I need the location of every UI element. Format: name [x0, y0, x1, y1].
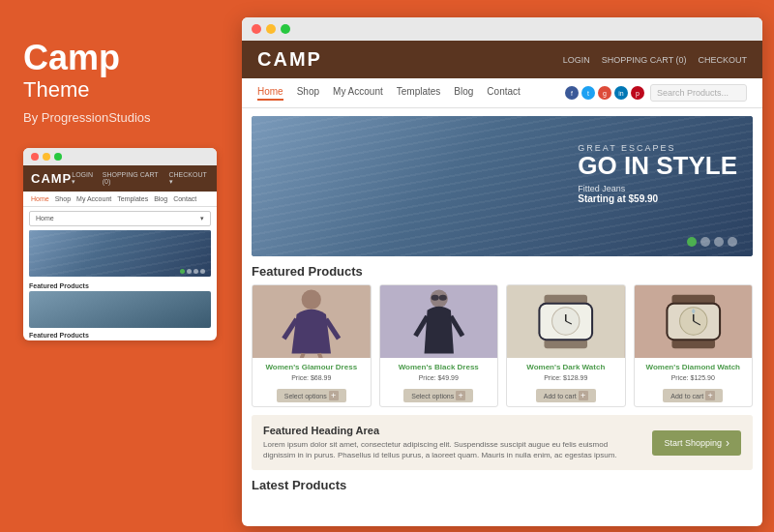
mini-nav-home: Home	[31, 195, 49, 202]
nav-contact[interactable]: Contact	[487, 86, 520, 101]
nav-blog[interactable]: Blog	[454, 86, 473, 101]
main-dot-red	[252, 24, 261, 34]
product-info-3: Women's Dark Watch Price: $128.99 Add to…	[507, 358, 625, 406]
product-card-4: Women's Diamond Watch Price: $125.90 Add…	[634, 284, 754, 407]
hero-price-prefix: Starting at	[578, 193, 625, 204]
product-info-4: Women's Diamond Watch Price: $125.90 Add…	[635, 358, 753, 406]
theme-title: Camp Theme	[23, 39, 217, 103]
product-image-1	[253, 285, 371, 358]
product-btn-2[interactable]: Select options +	[403, 389, 473, 402]
nav-right: f t g in p Search Products...	[565, 84, 747, 102]
hero-price: Starting at $59.90	[578, 193, 737, 204]
mini-product-image	[29, 291, 211, 328]
featured-products-label: Featured Products	[242, 264, 762, 284]
left-panel: Camp Theme By ProgressionStudios CAMP LO…	[0, 0, 240, 532]
featured-area: Featured Heading Area Lorem ipsum dolor …	[252, 415, 753, 470]
hero-banner: GREAT ESCAPES GO IN STYLE Fitted Jeans S…	[252, 116, 753, 256]
checkout-link[interactable]: CHECKOUT	[698, 55, 747, 65]
mini-logo: CAMP	[31, 171, 72, 186]
mini-nav-shop: Shop	[55, 195, 71, 202]
svg-point-10	[431, 295, 438, 301]
mini-dot-green	[54, 153, 62, 161]
latest-products-label: Latest Products	[252, 478, 753, 492]
product-info-1: Women's Glamour Dress Price: $68.99 Sele…	[253, 358, 371, 406]
hero-price-value: $59.90	[629, 193, 659, 204]
main-titlebar	[242, 17, 762, 41]
featured-text: Featured Heading Area Lorem ipsum dolor …	[263, 425, 640, 460]
product-btn-4[interactable]: Add to cart +	[663, 389, 723, 402]
mini-hero	[29, 230, 211, 277]
mini-dot-red	[31, 153, 39, 161]
mini-titlebar	[23, 148, 217, 165]
mini-header-actions: LOGIN ▾ SHOPPING CART (0) CHECKOUT ▾	[72, 171, 209, 186]
product-image-4	[635, 285, 753, 358]
mini-nav-contact: Contact	[173, 195, 196, 202]
hero-product-name: Fitted Jeans	[578, 184, 737, 193]
add-icon-4: +	[705, 391, 715, 400]
mini-featured-label: Featured Products	[23, 281, 217, 291]
mini-hero-dot-4	[200, 269, 205, 274]
product-image-3	[507, 285, 625, 358]
products-grid: Women's Glamour Dress Price: $68.99 Sele…	[242, 284, 762, 415]
nav-templates[interactable]: Templates	[397, 86, 441, 101]
mini-hero-dot-2	[187, 269, 192, 274]
svg-point-1	[302, 290, 321, 310]
featured-description: Lorem ipsum dolor sit amet, consectetur …	[263, 439, 640, 460]
mini-featured-label2: Featured Products	[23, 331, 217, 340]
product-btn-1[interactable]: Select options +	[277, 389, 346, 402]
main-header: CAMP LOGIN SHOPPING CART (0) CHECKOUT	[242, 41, 762, 78]
product-card-3: Women's Dark Watch Price: $128.99 Add to…	[506, 284, 626, 407]
googleplus-icon[interactable]: g	[598, 86, 611, 100]
product-image-2	[380, 285, 498, 358]
svg-point-11	[438, 295, 446, 301]
linkedin-icon[interactable]: in	[614, 86, 628, 100]
product-card-2: Women's Black Dress Price: $49.99 Select…	[379, 284, 499, 407]
main-logo: CAMP	[257, 48, 322, 71]
start-shopping-button[interactable]: Start Shopping	[652, 430, 741, 456]
main-header-actions: LOGIN SHOPPING CART (0) CHECKOUT	[563, 55, 747, 65]
hero-dot-2[interactable]	[700, 237, 710, 247]
product-name-1: Women's Glamour Dress	[256, 363, 367, 372]
nav-home[interactable]: Home	[257, 86, 283, 101]
nav-shop[interactable]: Shop	[297, 86, 319, 101]
product-info-2: Women's Black Dress Price: $49.99 Select…	[380, 358, 498, 406]
product-name-3: Women's Dark Watch	[511, 363, 621, 372]
mini-nav-blog: Blog	[154, 195, 167, 202]
pinterest-icon[interactable]: p	[631, 86, 644, 100]
add-icon-3: +	[579, 391, 588, 400]
main-dot-green	[281, 24, 290, 34]
search-input[interactable]: Search Products...	[650, 84, 747, 102]
theme-by: By ProgressionStudios	[23, 110, 217, 125]
hero-dot-4[interactable]	[728, 237, 737, 247]
mini-nav-account: My Account	[76, 195, 111, 202]
cart-link[interactable]: SHOPPING CART (0)	[602, 55, 687, 65]
twitter-icon[interactable]: t	[581, 86, 595, 100]
product-btn-3[interactable]: Add to cart +	[536, 389, 596, 402]
mini-header: CAMP LOGIN ▾ SHOPPING CART (0) CHECKOUT …	[23, 165, 217, 192]
add-icon-1: +	[329, 391, 339, 400]
social-icons: f t g in p	[565, 86, 644, 100]
main-browser-mockup: CAMP LOGIN SHOPPING CART (0) CHECKOUT Ho…	[242, 17, 762, 526]
mini-dot-yellow	[43, 153, 50, 161]
add-icon-2: +	[456, 391, 465, 400]
latest-products-section: Latest Products	[242, 478, 762, 492]
login-link[interactable]: LOGIN	[563, 55, 590, 65]
featured-heading: Featured Heading Area	[263, 425, 640, 436]
product-card-1: Women's Glamour Dress Price: $68.99 Sele…	[252, 284, 372, 407]
product-price-4: Price: $125.90	[639, 374, 749, 381]
product-price-1: Price: $68.99	[256, 374, 367, 381]
mini-nav-templates: Templates	[117, 195, 148, 202]
nav-account[interactable]: My Account	[333, 86, 383, 101]
hero-indicators	[687, 237, 737, 247]
mini-hero-dots	[180, 269, 205, 274]
mini-nav: Home Shop My Account Templates Blog Cont…	[23, 192, 217, 207]
mini-hero-dot-3	[194, 269, 198, 274]
nav-items: Home Shop My Account Templates Blog Cont…	[257, 86, 521, 101]
hero-dot-3[interactable]	[714, 237, 724, 247]
hero-text: GREAT ESCAPES GO IN STYLE Fitted Jeans S…	[578, 143, 737, 204]
hero-dot-1[interactable]	[687, 237, 697, 247]
facebook-icon[interactable]: f	[565, 86, 579, 100]
mini-dropdown: Home ▾	[29, 211, 211, 226]
product-price-3: Price: $128.99	[511, 374, 621, 381]
product-name-4: Women's Diamond Watch	[639, 363, 749, 372]
